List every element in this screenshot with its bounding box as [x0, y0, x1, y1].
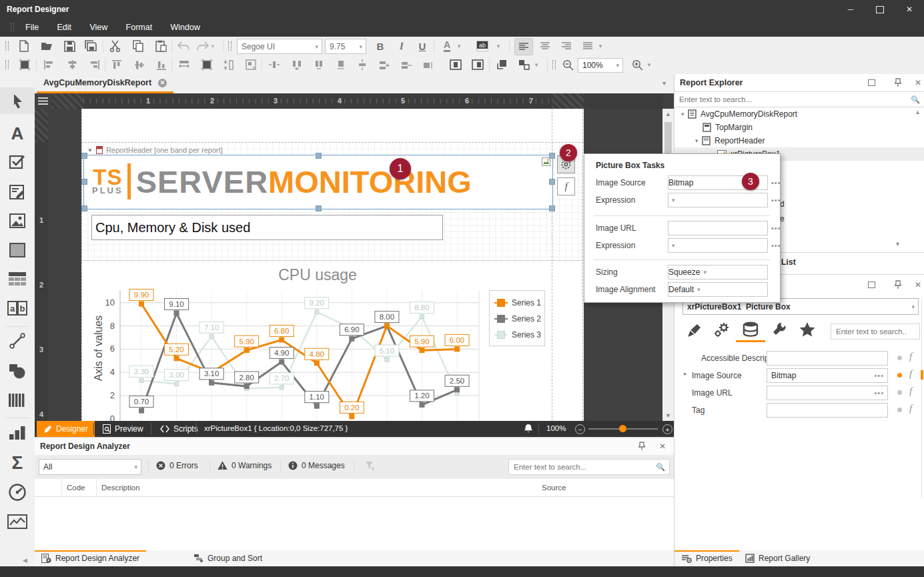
selection-handle[interactable] [81, 153, 87, 159]
tab-preview[interactable]: Preview [96, 421, 150, 437]
horizontal-ruler[interactable]: 1 2 3 4 5 6 7 [51, 93, 662, 109]
align-bottoms-icon[interactable] [153, 57, 170, 73]
save-icon[interactable] [61, 38, 78, 54]
menu-window[interactable]: Window [163, 19, 208, 36]
tab-designer[interactable]: Designer [37, 421, 95, 437]
character-comb-tool[interactable]: ab [0, 295, 35, 322]
size-to-grid-icon[interactable] [198, 57, 215, 73]
tab-avgcpumemorydiskreport[interactable]: AvgCpuMemoryDiskReport ✕ [37, 74, 173, 93]
open-icon[interactable] [38, 38, 55, 54]
selection-handle[interactable] [549, 205, 555, 211]
tab-properties[interactable]: Properties [674, 550, 739, 566]
align-dropdown-icon[interactable]: ▾ [596, 38, 605, 54]
font-color-button[interactable]: A [438, 38, 456, 54]
same-size-icon[interactable] [242, 57, 260, 73]
chevron-down-icon[interactable]: ▾ [695, 137, 702, 144]
remove-vertical-spacing-icon[interactable] [420, 57, 437, 73]
column-description[interactable]: Description [101, 484, 140, 492]
menu-edit[interactable]: Edit [49, 19, 80, 36]
zoom-level-select[interactable]: 100%▾ [578, 58, 623, 73]
remove-horizontal-spacing-icon[interactable] [332, 57, 350, 73]
selection-handle[interactable] [81, 205, 87, 211]
zoom-dropdown-icon[interactable]: ▾ [644, 57, 654, 73]
search-icon[interactable]: 🔍 [907, 95, 924, 104]
copy-icon[interactable] [129, 38, 147, 54]
zoom-toolbar-grip[interactable] [552, 60, 556, 69]
column-source[interactable]: Source [542, 484, 566, 492]
gauge-tool[interactable] [0, 479, 35, 506]
save-all-icon[interactable] [82, 38, 99, 54]
close-icon[interactable]: ✕ [895, 0, 924, 19]
chart-control[interactable]: CPU usage Axis of values 02468103.303.00… [83, 262, 552, 421]
same-height-icon[interactable] [220, 57, 238, 73]
label-cpu-memory-disk[interactable]: Cpu, Memory & Disk used [91, 215, 443, 240]
selection-handle[interactable] [81, 179, 87, 185]
minimize-icon[interactable]: ─ [836, 0, 865, 19]
messages-count[interactable]: 0 Messages [288, 461, 345, 470]
bring-to-front-icon[interactable] [493, 57, 510, 73]
label-tool[interactable]: A [0, 120, 35, 147]
properties-tab-favorites-icon[interactable] [799, 322, 816, 338]
image-alignment-field[interactable]: Default▾ [668, 282, 768, 297]
cut-icon[interactable] [106, 38, 123, 54]
zoom-in-icon[interactable] [628, 57, 646, 73]
expression-field[interactable]: ▾ [668, 238, 768, 253]
sparkline-tool[interactable] [0, 508, 35, 535]
selection-handle[interactable] [549, 153, 555, 159]
close-icon[interactable]: ✕ [915, 78, 921, 87]
align-left-button[interactable] [514, 38, 533, 55]
selection-handle[interactable] [316, 153, 322, 159]
properties-search[interactable]: 🔍 [831, 324, 920, 340]
scroll-down-icon[interactable]: ▼ [662, 410, 674, 421]
maximize-panel-icon[interactable] [868, 79, 875, 88]
selection-handle[interactable] [549, 179, 555, 185]
close-icon[interactable]: ✕ [659, 442, 666, 451]
properties-tab-appearance-icon[interactable] [686, 322, 703, 338]
tab-close-icon[interactable]: ✕ [158, 79, 167, 87]
send-to-back-icon[interactable] [515, 57, 532, 73]
prop-field-image-url[interactable]: ••• [767, 386, 888, 400]
menu-grip[interactable] [11, 23, 14, 32]
tree-item-partial[interactable]: e [780, 214, 785, 223]
increase-vertical-spacing-icon[interactable] [376, 57, 393, 73]
same-width-icon[interactable] [175, 57, 193, 73]
band-collapse-icon[interactable]: ▼ [87, 147, 93, 153]
pin-icon[interactable] [895, 78, 901, 87]
ellipsis-button[interactable]: ••• [768, 196, 785, 204]
zoom-in-slider-icon[interactable]: + [662, 424, 672, 434]
maximize-panel-icon[interactable] [868, 281, 875, 290]
tab-group-and-sort[interactable]: Group and Sort [187, 550, 269, 566]
font-toolbar-grip[interactable] [228, 41, 232, 51]
decrease-vertical-spacing-icon[interactable] [398, 57, 415, 73]
prop-field-tag[interactable] [767, 403, 888, 418]
space-horizontally-icon[interactable] [266, 57, 283, 73]
filter-icon[interactable] [365, 461, 375, 471]
properties-tab-behavior-icon[interactable] [713, 322, 731, 338]
barcode-tool[interactable] [0, 387, 35, 414]
scroll-up-icon[interactable]: ▲ [662, 109, 674, 119]
report-page[interactable]: ▼ ReportHeader [one band per report] TS … [81, 109, 584, 421]
tree-item-reportheader[interactable]: ▾ ReportHeader [674, 134, 924, 147]
align-center-button[interactable] [536, 38, 554, 54]
notifications-bell-icon[interactable] [524, 424, 533, 434]
pivot-grid-tool[interactable]: Σ [0, 450, 35, 476]
vertical-ruler[interactable]: 1 2 3 4 [35, 109, 48, 421]
tab-list-dropdown-icon[interactable]: ▾ [662, 79, 666, 87]
ellipsis-button[interactable]: ••• [871, 389, 887, 397]
properties-search-input[interactable] [831, 328, 924, 336]
search-icon[interactable]: 🔍 [652, 463, 669, 472]
picture-box-tool[interactable] [0, 207, 35, 234]
table-tool[interactable] [0, 265, 35, 292]
shape-tool[interactable] [0, 358, 35, 384]
expression-f-icon[interactable]: f [909, 403, 912, 414]
report-explorer-search-input[interactable] [674, 95, 907, 103]
close-icon[interactable]: ✕ [915, 280, 921, 290]
image-url-field[interactable] [668, 221, 768, 235]
ellipsis-button[interactable]: ••• [768, 224, 785, 232]
tree-item-topmargin[interactable]: TopMargin [674, 121, 924, 134]
analyzer-filter-select[interactable]: All▾ [39, 459, 141, 475]
errors-count[interactable]: 0 Errors [156, 461, 198, 470]
zoom-out-icon[interactable] [559, 57, 576, 73]
zoom-slider-thumb[interactable] [619, 425, 626, 432]
sizing-field[interactable]: Squeeze▾ [668, 265, 768, 279]
